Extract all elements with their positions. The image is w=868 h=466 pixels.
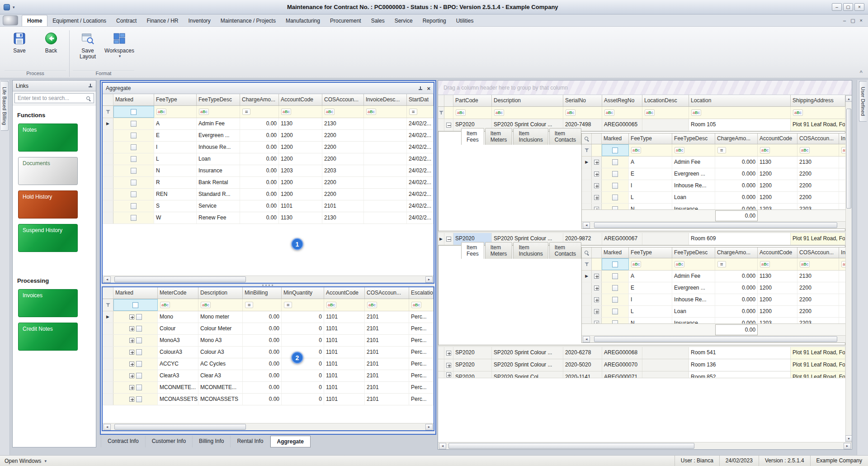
column-header[interactable]: Description <box>492 95 563 106</box>
cell-accountcode[interactable]: 1101 <box>324 382 365 393</box>
cell-feetypedesc[interactable]: Admin Fee <box>672 157 715 168</box>
text-filter-icon[interactable]: aBc <box>631 261 641 267</box>
cell-cosaccount[interactable]: 2101 <box>365 382 409 393</box>
cell-feetype[interactable]: S <box>154 200 197 212</box>
marked-checkbox[interactable] <box>131 180 137 185</box>
horizontal-scrollbar[interactable]: ◄ ► <box>103 423 434 430</box>
expand-icon[interactable] <box>594 274 599 279</box>
cell-chargeamount[interactable]: 0.000 <box>715 306 758 317</box>
page-tab[interactable]: Customer Info <box>146 436 193 447</box>
cell-description[interactable]: MCONMETE... <box>198 382 243 393</box>
expand-icon[interactable] <box>594 183 599 188</box>
expand-icon[interactable] <box>594 285 599 290</box>
scroll-left-icon[interactable]: ◄ <box>583 222 590 228</box>
cell-accountcode[interactable]: 1101 <box>324 394 365 405</box>
cell-invoicedescription[interactable] <box>839 157 845 168</box>
function-button[interactable]: Hold History <box>18 190 78 219</box>
column-header[interactable]: AccountCode <box>758 247 797 258</box>
marked-checkbox[interactable] <box>612 171 618 177</box>
cell-escalation[interactable]: Perc... <box>409 394 434 405</box>
scrollbar-thumb[interactable] <box>594 336 837 342</box>
detail-tab[interactable]: Item Inclusions <box>513 128 548 145</box>
cell-description[interactable]: SP2020 Sprint Colour ... <box>492 359 563 371</box>
expand-icon[interactable] <box>594 309 599 314</box>
column-header[interactable]: StartDat <box>407 94 434 105</box>
scroll-right-icon[interactable]: ► <box>844 443 851 449</box>
ribbon-collapse-icon[interactable]: ^ <box>860 70 863 75</box>
scrollbar-track[interactable] <box>590 336 845 342</box>
cell-serialno[interactable]: 2020-5020 <box>563 359 602 371</box>
text-filter-icon[interactable]: aBc <box>841 261 845 267</box>
marked-checkbox[interactable] <box>612 206 618 209</box>
column-header[interactable]: Marked <box>602 133 629 144</box>
scrollbar-thumb[interactable] <box>114 424 246 430</box>
equals-filter-icon[interactable]: = <box>717 261 726 267</box>
cell-metercode[interactable]: MCONASSETS <box>158 394 198 405</box>
equals-filter-icon[interactable]: = <box>242 109 250 115</box>
cell-feetypedesc[interactable]: Inhouse Re... <box>672 180 715 191</box>
column-header[interactable]: InvoiceDescription <box>839 133 845 144</box>
fee-row[interactable]: ▶ S Service 0.00 1101 2101 24/02/2... <box>103 200 434 212</box>
expand-icon[interactable] <box>594 207 599 209</box>
horizontal-scrollbar[interactable]: ◄ ► <box>582 335 845 342</box>
fee-row[interactable]: ▶ I Inhouse Re... 0.00 1200 2200 24/02/2… <box>103 142 434 153</box>
cell-feetypedesc[interactable]: Insurance <box>197 165 240 176</box>
cell-invoicedesc[interactable] <box>364 153 407 165</box>
scrollbar-thumb[interactable] <box>846 109 851 209</box>
scroll-right-icon[interactable]: ► <box>425 424 433 430</box>
cell-accountcode[interactable]: 1200 <box>279 177 322 188</box>
meter-row[interactable]: ▶ ColourA3 Colour A3 0.00 0 1101 2101 Pe… <box>103 347 434 358</box>
cell-feetype[interactable]: L <box>629 306 672 317</box>
cell-accountcode[interactable]: 1101 <box>279 200 322 212</box>
function-button[interactable]: Documents <box>18 157 78 185</box>
equals-filter-icon[interactable]: = <box>245 302 253 308</box>
cell-feetypedesc[interactable]: Admin Fee <box>672 271 715 282</box>
cell-feetype[interactable]: N <box>154 165 197 176</box>
cell-accountcode[interactable]: 1200 <box>279 153 322 165</box>
cell-feetype[interactable]: W <box>154 212 197 223</box>
checkbox-filter-icon[interactable] <box>612 147 618 153</box>
cell-cosaccount[interactable]: 2101 <box>365 347 409 358</box>
cell-serialno[interactable]: 2020-1141 <box>563 371 602 378</box>
cell-assetregno[interactable]: AREG000067 <box>602 233 642 245</box>
cell-startdate[interactable]: 24/02/2... <box>407 165 434 176</box>
cell-feetypedesc[interactable]: Service <box>197 200 240 212</box>
dock-tab-life-based-billing[interactable]: Life Based Billing <box>1 81 9 131</box>
pin-icon[interactable] <box>88 83 93 88</box>
close-button[interactable]: × <box>854 3 864 11</box>
text-filter-icon[interactable]: aBc <box>793 109 803 116</box>
expand-icon[interactable] <box>129 397 134 402</box>
cell-invoicedescription[interactable] <box>839 168 845 180</box>
checkbox-filter-icon[interactable] <box>132 302 138 308</box>
column-header[interactable]: FeeTypeDesc <box>672 133 715 144</box>
cell-escalation[interactable]: Perc... <box>409 335 434 346</box>
text-filter-icon[interactable]: aBc <box>691 109 701 116</box>
cell-locationdesc[interactable] <box>642 233 689 245</box>
search-icon[interactable] <box>584 136 589 141</box>
cell-chargeamount[interactable]: 0.000 <box>715 294 758 305</box>
column-header[interactable]: Escalatio... <box>409 287 434 299</box>
cell-invoicedescription[interactable] <box>839 180 845 191</box>
expand-icon[interactable] <box>594 297 599 302</box>
cell-metercode[interactable]: MonoA3 <box>158 335 198 346</box>
cell-minquantity[interactable]: 0 <box>282 323 324 334</box>
scrollbar-track[interactable] <box>111 276 425 283</box>
cell-chargeamount[interactable]: 0.00 <box>240 142 279 153</box>
cell-locationdesc[interactable] <box>642 359 689 371</box>
fee-row[interactable]: ▶ A Admin Fee 0.00 1130 2130 24/02/2... <box>103 118 434 130</box>
cell-cosaccount[interactable]: 2101 <box>365 358 409 370</box>
cell-cosaccount[interactable]: 2101 <box>365 370 409 381</box>
cell-accountcode[interactable]: 1200 <box>279 130 322 141</box>
text-filter-icon[interactable]: aBc <box>760 147 770 153</box>
cell-accountcode[interactable]: 1130 <box>758 271 797 282</box>
marked-checkbox[interactable] <box>612 309 618 314</box>
expand-icon[interactable] <box>594 321 599 323</box>
column-header[interactable]: AccountCode <box>279 94 322 105</box>
cell-startdate[interactable]: 24/02/2... <box>407 153 434 165</box>
marked-checkbox[interactable] <box>131 203 137 209</box>
page-tab[interactable]: Billing Info <box>193 436 231 447</box>
horizontal-scrollbar[interactable]: ◄ ► <box>103 276 434 283</box>
cell-cosaccount[interactable]: 2200 <box>322 153 364 165</box>
scrollbar-thumb[interactable] <box>448 443 694 449</box>
detail-tab[interactable]: Item Fees <box>461 242 484 259</box>
